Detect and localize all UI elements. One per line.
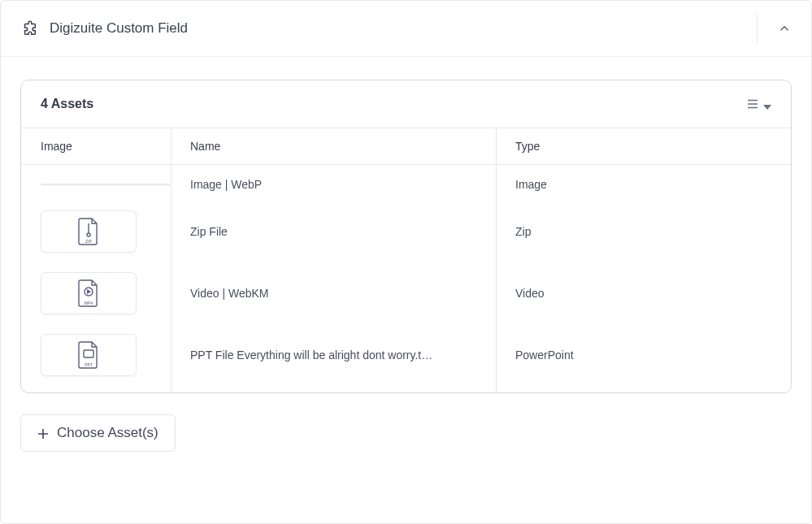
column-header-type: Type [496, 140, 771, 153]
thumbnail-cell: PPT [41, 334, 171, 376]
ppt-file-icon: PPT [77, 340, 100, 370]
table-row[interactable]: MP4 Video | WebKM Video [21, 262, 791, 324]
column-header-name: Name [171, 140, 496, 153]
asset-type: PowerPoint [496, 349, 771, 362]
asset-type: Image [496, 178, 771, 191]
table-row[interactable]: ZIP Zip File Zip [21, 201, 791, 262]
asset-name: PPT File Everything will be alright dont… [171, 349, 496, 362]
thumbnail-cell: ZIP [41, 210, 171, 253]
list-icon [745, 97, 760, 111]
extension-icon [20, 19, 38, 37]
custom-field-panel: Digizuite Custom Field 4 Assets [0, 0, 812, 524]
table-header: Image Name Type [21, 128, 791, 165]
table-row[interactable]: PPT PPT File Everything will be alright … [21, 324, 791, 386]
assets-table: Image Name Type Image | WebP Image [21, 128, 791, 392]
photo-thumbnail [41, 184, 171, 185]
svg-text:MP4: MP4 [85, 301, 93, 305]
mp4-file-icon: MP4 [77, 279, 100, 308]
table-row[interactable]: Image | WebP Image [21, 168, 791, 201]
asset-name: Video | WebKM [171, 287, 496, 300]
chevron-up-icon[interactable] [777, 21, 792, 36]
choose-assets-label: Choose Asset(s) [57, 425, 158, 441]
column-header-image: Image [41, 140, 171, 153]
view-toggle[interactable] [745, 97, 771, 111]
thumbnail-cell: MP4 [41, 272, 171, 314]
svg-marker-8 [87, 289, 91, 294]
plus-icon [37, 427, 49, 439]
column-divider [496, 128, 497, 392]
svg-point-5 [87, 233, 90, 236]
thumbnail-cell [41, 184, 171, 185]
svg-text:PPT: PPT [85, 362, 93, 367]
panel-title: Digizuite Custom Field [50, 20, 757, 37]
assets-header: 4 Assets [21, 80, 791, 128]
zip-file-icon: ZIP [77, 217, 100, 246]
asset-type: Video [496, 287, 771, 300]
svg-marker-3 [763, 105, 771, 110]
caret-down-icon [763, 100, 771, 108]
asset-name: Zip File [171, 225, 496, 238]
table-body: Image | WebP Image [21, 165, 791, 392]
asset-type: Zip [496, 225, 771, 238]
asset-name: Image | WebP [171, 178, 496, 191]
zip-thumbnail: ZIP [41, 210, 137, 253]
svg-rect-10 [84, 350, 93, 357]
choose-assets-button[interactable]: Choose Asset(s) [20, 414, 176, 452]
column-divider [171, 128, 172, 392]
panel-header[interactable]: Digizuite Custom Field [1, 1, 811, 57]
assets-count: 4 Assets [41, 97, 93, 111]
mp4-thumbnail: MP4 [41, 272, 137, 314]
assets-card: 4 Assets [20, 80, 792, 393]
panel-body: 4 Assets [1, 57, 811, 471]
svg-text:ZIP: ZIP [85, 239, 92, 244]
ppt-thumbnail: PPT [41, 334, 137, 376]
header-divider [757, 14, 758, 43]
